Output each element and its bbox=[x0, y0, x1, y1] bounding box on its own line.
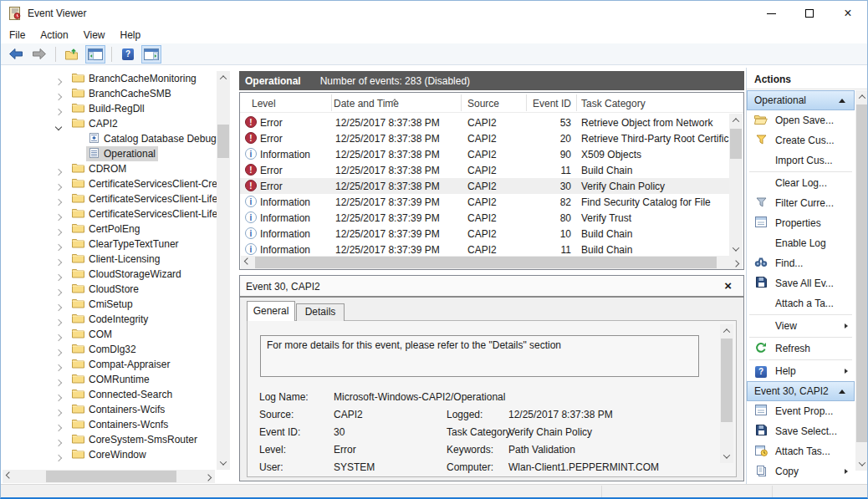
expand-chevron-icon[interactable] bbox=[56, 391, 61, 402]
expand-chevron-icon[interactable] bbox=[56, 316, 61, 327]
expand-chevron-icon[interactable] bbox=[56, 196, 61, 206]
event-row[interactable]: iInformation12/25/2017 8:37:39 PMCAPI210… bbox=[240, 226, 729, 242]
scroll-up-arrow[interactable] bbox=[720, 324, 733, 338]
action-item[interactable]: Refresh bbox=[747, 339, 855, 359]
scrollbar-thumb[interactable] bbox=[255, 257, 717, 268]
close-button[interactable]: × bbox=[829, 1, 867, 26]
expand-chevron-icon[interactable] bbox=[56, 361, 61, 372]
expand-chevron-icon[interactable] bbox=[56, 436, 61, 447]
tree-item[interactable]: CloudStore bbox=[3, 282, 217, 297]
tree-item[interactable]: CloudStorageWizard bbox=[3, 267, 217, 282]
scroll-left-arrow[interactable] bbox=[241, 256, 254, 269]
tree-vertical-scrollbar[interactable] bbox=[217, 71, 230, 470]
expand-chevron-icon[interactable] bbox=[56, 241, 61, 252]
action-item[interactable]: Save All Ev... bbox=[747, 273, 855, 293]
event-row[interactable]: !Error12/25/2017 8:37:38 PMCAPI253Retrie… bbox=[240, 115, 729, 130]
collapse-section-icon[interactable] bbox=[839, 390, 845, 394]
tree-horizontal-scrollbar[interactable] bbox=[3, 470, 215, 483]
action-item[interactable]: View bbox=[747, 316, 855, 336]
show-console-tree-button[interactable] bbox=[85, 45, 105, 64]
scroll-right-arrow[interactable] bbox=[729, 256, 743, 269]
tree-item[interactable]: CertificateServicesClient-Lifec bbox=[3, 191, 217, 206]
action-item[interactable]: Import Cus... bbox=[747, 150, 855, 171]
scrollbar-thumb[interactable] bbox=[217, 125, 229, 158]
tree-item[interactable]: BranchCacheSMB bbox=[3, 86, 217, 101]
expand-chevron-icon[interactable] bbox=[56, 256, 61, 267]
tree-item[interactable]: CoreWindow bbox=[3, 447, 217, 462]
tab-general[interactable]: General bbox=[247, 301, 295, 321]
actions-vertical-scrollbar[interactable] bbox=[855, 90, 868, 471]
scrollbar-thumb[interactable] bbox=[721, 339, 733, 422]
action-item[interactable]: Copy bbox=[747, 461, 855, 481]
scroll-up-arrow[interactable] bbox=[729, 114, 743, 127]
event-row[interactable]: !Error12/25/2017 8:37:38 PMCAPI220Retrie… bbox=[240, 130, 729, 146]
tree-item[interactable]: Containers-Wcnfs bbox=[3, 417, 217, 432]
expand-chevron-icon[interactable] bbox=[56, 421, 61, 432]
action-item[interactable]: ?Help bbox=[747, 361, 855, 381]
detail-vertical-scrollbar[interactable] bbox=[720, 324, 733, 463]
action-item[interactable]: Save Select... bbox=[747, 421, 855, 441]
expand-chevron-icon[interactable] bbox=[56, 181, 61, 191]
scroll-up-arrow[interactable] bbox=[855, 90, 868, 104]
event-row[interactable]: !Error12/25/2017 8:37:38 PMCAPI211Build … bbox=[240, 162, 729, 178]
tab-details[interactable]: Details bbox=[296, 303, 345, 321]
column-level[interactable]: Level bbox=[252, 98, 276, 109]
action-item[interactable]: Enable Log bbox=[747, 233, 855, 253]
action-item[interactable]: Filter Curre... bbox=[747, 193, 855, 213]
tree-item[interactable]: CertificateServicesClient-Lifec bbox=[3, 206, 217, 221]
expand-chevron-icon[interactable] bbox=[56, 301, 61, 312]
action-item[interactable]: Attach Tas... bbox=[747, 441, 855, 461]
action-item[interactable]: Find... bbox=[747, 253, 855, 273]
tree-item[interactable]: Operational bbox=[3, 146, 217, 161]
back-button[interactable] bbox=[6, 45, 26, 64]
expand-chevron-icon[interactable] bbox=[56, 165, 61, 176]
events-vertical-scrollbar[interactable] bbox=[729, 114, 743, 256]
column-task-category[interactable]: Task Category bbox=[581, 98, 646, 109]
action-item[interactable]: Create Cus... bbox=[747, 130, 855, 150]
tree-item[interactable]: CoreSystem-SmsRouter bbox=[3, 432, 217, 447]
scroll-down-arrow[interactable] bbox=[720, 450, 733, 463]
expand-chevron-icon[interactable] bbox=[56, 90, 61, 101]
minimize-button[interactable] bbox=[752, 1, 790, 26]
expand-chevron-icon[interactable] bbox=[56, 286, 61, 297]
action-item[interactable]: Event Prop... bbox=[747, 401, 855, 421]
action-item[interactable]: Clear Log... bbox=[747, 173, 855, 193]
menu-action[interactable]: Action bbox=[40, 29, 68, 41]
maximize-button[interactable] bbox=[790, 1, 829, 26]
tree-item[interactable]: CertPolEng bbox=[3, 221, 217, 237]
expand-chevron-icon[interactable] bbox=[56, 331, 61, 342]
scroll-down-arrow[interactable] bbox=[217, 456, 230, 470]
scroll-down-arrow[interactable] bbox=[855, 457, 868, 471]
forward-button[interactable] bbox=[29, 45, 49, 64]
scroll-up-arrow[interactable] bbox=[217, 71, 230, 84]
open-saved-log-button[interactable] bbox=[62, 45, 82, 64]
event-row[interactable]: iInformation12/25/2017 8:37:39 PMCAPI280… bbox=[240, 210, 729, 226]
actions-section-header[interactable]: Operational bbox=[747, 90, 855, 110]
show-action-pane-button[interactable] bbox=[141, 45, 161, 64]
expand-chevron-icon[interactable] bbox=[56, 346, 61, 357]
events-horizontal-scrollbar[interactable] bbox=[241, 256, 743, 269]
tree-item[interactable]: CAPI2 bbox=[3, 116, 217, 131]
scroll-right-arrow[interactable] bbox=[202, 470, 215, 483]
action-item[interactable]: Attach a Ta... bbox=[747, 293, 855, 313]
actions-section-header[interactable]: Event 30, CAPI2 bbox=[747, 381, 855, 401]
expand-chevron-icon[interactable] bbox=[56, 271, 61, 282]
scrollbar-thumb[interactable] bbox=[46, 471, 176, 482]
expand-chevron-icon[interactable] bbox=[56, 406, 61, 417]
tree-item[interactable]: BranchCacheMonitoring bbox=[3, 71, 217, 86]
scroll-down-arrow[interactable] bbox=[729, 242, 743, 256]
expand-chevron-icon[interactable] bbox=[56, 226, 61, 237]
menu-help[interactable]: Help bbox=[120, 29, 141, 41]
collapse-chevron-icon[interactable] bbox=[56, 120, 61, 131]
tree-item[interactable]: ComDlg32 bbox=[3, 342, 217, 357]
column-date-time[interactable]: Date and Time bbox=[334, 98, 399, 109]
expand-chevron-icon[interactable] bbox=[56, 376, 61, 387]
tree-item[interactable]: CodeIntegrity bbox=[3, 312, 217, 327]
column-event-id[interactable]: Event ID bbox=[508, 98, 571, 109]
scrollbar-thumb[interactable] bbox=[856, 104, 868, 442]
event-row[interactable]: !Error12/25/2017 8:37:38 PMCAPI230Verify… bbox=[240, 178, 729, 194]
action-item[interactable]: Open Save... bbox=[747, 110, 855, 130]
menu-view[interactable]: View bbox=[84, 29, 105, 41]
tree-item[interactable]: CmiSetup bbox=[3, 297, 217, 312]
event-row[interactable]: iInformation12/25/2017 8:37:39 PMCAPI282… bbox=[240, 194, 729, 210]
